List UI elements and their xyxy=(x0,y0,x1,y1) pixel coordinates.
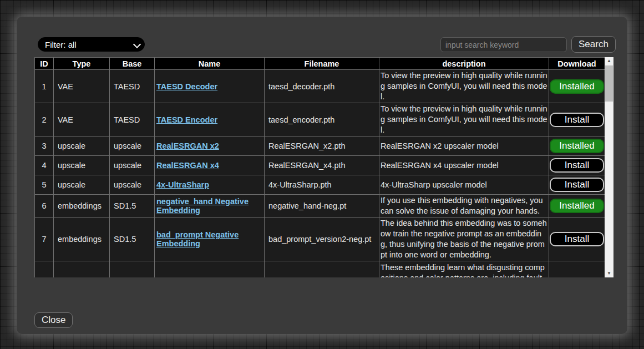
header-name: Name xyxy=(155,58,265,70)
install-button[interactable]: Install xyxy=(550,178,604,192)
cell-download: Installed xyxy=(549,136,605,156)
model-manager-dialog: Filter: all Search ID Type Base Name Fil… xyxy=(17,17,627,334)
cell-base: TAESD xyxy=(110,70,155,103)
model-name-link[interactable]: TAESD Decoder xyxy=(156,82,217,91)
cell-filename: taesd_decoder.pth xyxy=(265,70,379,103)
header-download: Download xyxy=(549,58,605,70)
cell-base: SD1.5 xyxy=(110,218,155,261)
cell-name: 4x-UltraSharp xyxy=(155,175,265,195)
cell-name: TAESD Decoder xyxy=(155,70,265,103)
cell-id: 4 xyxy=(35,156,54,175)
model-table-container: ID Type Base Name Filename description D… xyxy=(34,57,605,277)
scrollbar-down-icon[interactable]: ▼ xyxy=(605,270,613,277)
close-button[interactable]: Close xyxy=(34,312,73,328)
cell-base: SD1.5 xyxy=(110,195,155,218)
table-row: 6 embeddings SD1.5 negative_hand Negativ… xyxy=(35,195,605,218)
cell-description: If you use this embedding with negatives… xyxy=(379,195,549,218)
cell-base: upscale xyxy=(110,156,155,175)
model-table: ID Type Base Name Filename description D… xyxy=(34,57,605,277)
install-button[interactable]: Install xyxy=(550,232,604,246)
cell-description: 4x-UltraSharp upscaler model xyxy=(379,175,549,195)
cell-base: upscale xyxy=(110,136,155,156)
cell-id: 2 xyxy=(35,103,54,136)
install-button[interactable]: Install xyxy=(550,158,604,173)
cell-filename: RealESRGAN_x2.pth xyxy=(265,136,379,156)
cell-base: upscale xyxy=(110,175,155,195)
installed-button[interactable]: Installed xyxy=(550,79,604,94)
cell-type: upscale xyxy=(54,136,110,156)
cell-description: To view the preview in high quality whil… xyxy=(379,103,549,136)
cell-download: Install xyxy=(549,175,605,195)
cell-id: 5 xyxy=(35,175,54,195)
cell-base xyxy=(110,261,155,278)
cell-description: The idea behind this embedding was to so… xyxy=(379,218,549,261)
installed-button[interactable]: Installed xyxy=(550,199,604,213)
model-name-link[interactable]: negative_hand Negative Embedding xyxy=(156,197,249,215)
model-name-link[interactable]: bad_prompt Negative Embedding xyxy=(156,230,239,248)
table-row: 4 upscale upscale RealESRGAN x4 RealESRG… xyxy=(35,156,605,175)
table-row: 7 embeddings SD1.5 bad_prompt Negative E… xyxy=(35,218,605,261)
cell-download: Installed xyxy=(549,70,605,103)
cell-type: upscale xyxy=(54,175,110,195)
cell-id: 3 xyxy=(35,136,54,156)
model-name-link[interactable]: RealESRGAN x2 xyxy=(156,141,219,150)
cell-filename: bad_prompt_version2-neg.pt xyxy=(265,218,379,261)
header-base: Base xyxy=(110,58,155,70)
cell-type: VAE xyxy=(54,70,110,103)
scrollbar-thumb[interactable] xyxy=(605,65,613,102)
cell-download: Installed xyxy=(549,195,605,218)
canvas-background: { "dialog": { "filter": { "value": "Filt… xyxy=(0,0,644,349)
model-name-link[interactable]: TAESD Encoder xyxy=(156,115,217,124)
cell-type: embeddings xyxy=(54,195,110,218)
table-header-row: ID Type Base Name Filename description D… xyxy=(35,58,605,70)
cell-filename: taesd_encoder.pth xyxy=(265,103,379,136)
search-button[interactable]: Search xyxy=(571,36,616,53)
cell-description: RealESRGAN x4 upscaler model xyxy=(379,156,549,175)
cell-name: TAESD Encoder xyxy=(155,103,265,136)
cell-type: VAE xyxy=(54,103,110,136)
scrollbar-up-icon[interactable]: ▲ xyxy=(605,57,613,65)
cell-name: negative_hand Negative Embedding xyxy=(155,195,265,218)
search-input[interactable] xyxy=(440,37,567,52)
cell-id: 1 xyxy=(35,70,54,103)
cell-id: 6 xyxy=(35,195,54,218)
cell-download: Install xyxy=(549,156,605,175)
filter-select[interactable]: Filter: all xyxy=(38,37,145,52)
cell-name xyxy=(155,261,265,278)
table-scrollbar[interactable]: ▲ ▼ xyxy=(605,57,613,277)
table-row: 1 VAE TAESD TAESD Decoder taesd_decoder.… xyxy=(35,70,605,103)
model-name-link[interactable]: 4x-UltraSharp xyxy=(156,180,209,189)
cell-base: TAESD xyxy=(110,103,155,136)
table-row: 5 upscale upscale 4x-UltraSharp 4x-Ultra… xyxy=(35,175,605,195)
cell-filename: negative_hand-neg.pt xyxy=(265,195,379,218)
cell-download: Install xyxy=(549,103,605,136)
install-button[interactable]: Install xyxy=(550,113,604,127)
header-filename: Filename xyxy=(265,58,379,70)
cell-type: embeddings xyxy=(54,218,110,261)
cell-filename xyxy=(265,261,379,278)
cell-description: RealESRGAN x2 upscaler model xyxy=(379,136,549,156)
cell-filename: 4x-UltraSharp.pth xyxy=(265,175,379,195)
cell-type: upscale xyxy=(54,156,110,175)
cell-name: RealESRGAN x2 xyxy=(155,136,265,156)
header-description: description xyxy=(379,58,549,70)
cell-id: 7 xyxy=(35,218,54,261)
table-row: These embedding learn what disgusting co… xyxy=(35,261,605,278)
cell-type xyxy=(54,261,110,278)
table-row: 2 VAE TAESD TAESD Encoder taesd_encoder.… xyxy=(35,103,605,136)
installed-button[interactable]: Installed xyxy=(550,139,604,153)
cell-download: Install xyxy=(549,218,605,261)
cell-name: bad_prompt Negative Embedding xyxy=(155,218,265,261)
model-name-link[interactable]: RealESRGAN x4 xyxy=(156,161,219,170)
header-id: ID xyxy=(35,58,54,70)
table-row: 3 upscale upscale RealESRGAN x2 RealESRG… xyxy=(35,136,605,156)
cell-description: These embedding learn what disgusting co… xyxy=(379,261,549,278)
header-type: Type xyxy=(54,58,110,70)
cell-filename: RealESRGAN_x4.pth xyxy=(265,156,379,175)
cell-description: To view the preview in high quality whil… xyxy=(379,70,549,103)
cell-id xyxy=(35,261,54,278)
cell-name: RealESRGAN x4 xyxy=(155,156,265,175)
cell-download xyxy=(549,261,605,278)
